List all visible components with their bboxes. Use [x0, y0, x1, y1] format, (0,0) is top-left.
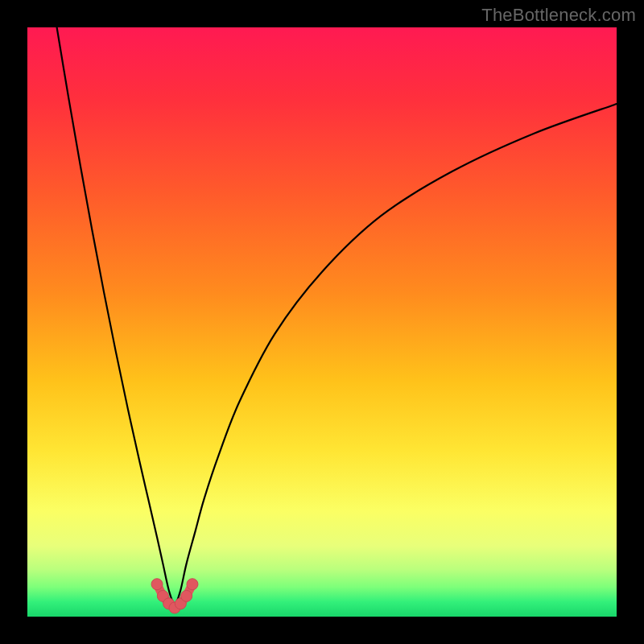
- chart-background: [27, 27, 617, 617]
- watermark-text: TheBottleneck.com: [481, 5, 636, 26]
- bottleneck-chart: [27, 27, 617, 617]
- optimum-marker: [181, 590, 192, 601]
- chart-frame: TheBottleneck.com: [0, 0, 644, 644]
- optimum-marker: [187, 579, 198, 590]
- optimum-marker: [151, 579, 163, 590]
